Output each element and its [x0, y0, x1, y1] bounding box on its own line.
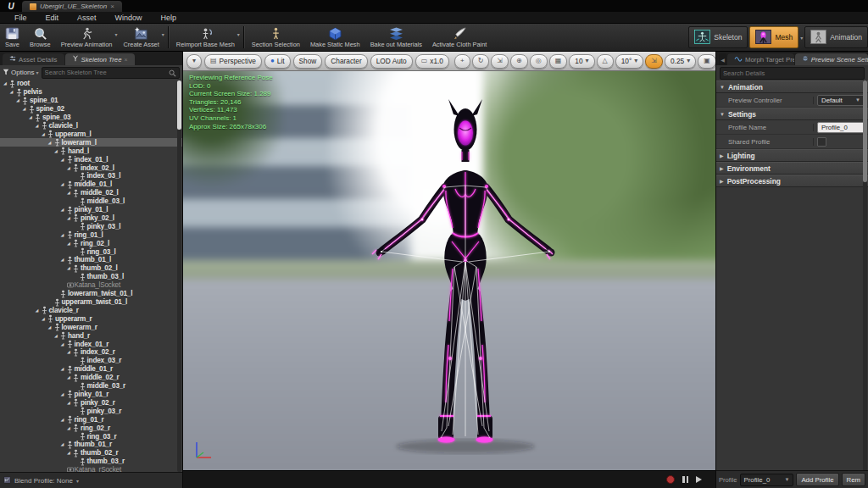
make-static-mesh-button[interactable]: Make Static Mesh [305, 24, 365, 51]
coordinate-system-button[interactable]: ⊕ [510, 54, 528, 69]
expander-arrow-icon[interactable]: ◢ [61, 156, 67, 164]
tree-row-middle-03-l[interactable]: middle_03_l [0, 197, 182, 206]
tree-row-lowerarm-l[interactable]: ◢lowerarm_l [0, 138, 182, 147]
screen-size-button[interactable]: ▭x1.0 [415, 54, 449, 69]
tree-row-hand-l[interactable]: ◢hand_l [0, 147, 182, 155]
expander-arrow-icon[interactable]: ◢ [48, 139, 54, 147]
search-details-box[interactable] [720, 67, 865, 80]
expander-arrow-icon[interactable]: ◢ [42, 315, 47, 323]
menu-window[interactable]: Window [106, 14, 152, 22]
shared-profile-checkbox[interactable] [817, 137, 826, 147]
expander-arrow-icon[interactable]: ◢ [67, 240, 73, 247]
tree-row-index-02-l[interactable]: ◢index_02_l [0, 164, 182, 172]
viewport[interactable]: ▾▤Perspective●LitShowCharacterLOD Auto▭x… [183, 52, 715, 488]
expander-arrow-icon[interactable]: ◢ [67, 189, 73, 197]
expander-arrow-icon[interactable]: ◢ [67, 164, 73, 172]
tree-row-pinky-03-r[interactable]: pinky_03_r [0, 407, 182, 415]
expander-arrow-icon[interactable]: ◢ [54, 147, 60, 155]
tree-row-lowerarm-twist-01-l[interactable]: lowerarm_twist_01_l [0, 290, 182, 298]
expander-arrow-icon[interactable]: ◢ [67, 348, 73, 356]
scale-snap-value-button[interactable]: 0.25▾ [665, 54, 696, 69]
tree-row-pinky-02-r[interactable]: ◢pinky_02_r [0, 398, 182, 407]
tree-row-ring-03-l[interactable]: ring_03_l [0, 247, 182, 256]
expander-arrow-icon[interactable]: ◢ [16, 97, 22, 104]
show-button[interactable]: Show [293, 54, 323, 69]
character-button[interactable]: Character [325, 54, 367, 69]
tree-row-ring-02-l[interactable]: ◢ring_02_l [0, 239, 182, 247]
tree-row-upperarm-r[interactable]: ◢upperarm_r [0, 314, 182, 323]
tree-row-index-01-l[interactable]: ◢index_01_l [0, 155, 182, 164]
scrollbar-thumb[interactable] [177, 80, 181, 130]
tree-row-upperarm-twist-01-l[interactable]: upperarm_twist_01_l [0, 298, 182, 307]
expander-arrow-icon[interactable]: ◢ [61, 256, 67, 263]
tree-row-root[interactable]: ◢root [0, 80, 182, 88]
blend-profile-bar[interactable]: Blend Profile: None ▾ [0, 472, 182, 488]
expander-arrow-icon[interactable]: ◢ [67, 399, 73, 407]
play-button[interactable] [696, 476, 702, 483]
section-animation[interactable]: ▼Animation [716, 80, 868, 93]
tree-row-katana-lsocket[interactable]: Katana_lSocket [0, 281, 182, 290]
tree-row-pinky-01-l[interactable]: ◢pinky_01_l [0, 206, 182, 214]
expander-arrow-icon[interactable]: ◢ [61, 441, 67, 448]
tree-row-lowerarm-r[interactable]: ◢lowerarm_r [0, 323, 182, 331]
record-button[interactable] [666, 475, 675, 484]
mode-animation-button[interactable]: Animation [804, 26, 868, 48]
tree-row-clavicle-r[interactable]: ◢clavicle_r [0, 306, 182, 314]
tab-skeleton-tree[interactable]: Skeleton Tree× [65, 53, 135, 65]
section-lighting[interactable]: ▶Lighting [716, 149, 868, 162]
profile-dropdown[interactable]: Profile_0 ▼ [740, 474, 794, 486]
tree-row-index-01-r[interactable]: ◢index_01_r [0, 340, 182, 348]
tab-morph-target-prev[interactable]: Morph Target Prev [727, 53, 794, 65]
expander-arrow-icon[interactable]: ◢ [3, 80, 9, 87]
expander-arrow-icon[interactable]: ◢ [36, 307, 42, 314]
rotation-snap-value-button[interactable]: 10°▾ [615, 54, 644, 69]
dropdown-arrow-icon[interactable]: ▾ [237, 31, 240, 37]
camera-speed-button[interactable]: ▣ [698, 54, 716, 69]
search-skeleton-tree-box[interactable] [42, 67, 180, 79]
menu-help[interactable]: Help [152, 14, 186, 22]
expander-arrow-icon[interactable]: ◢ [67, 449, 73, 457]
search-input[interactable] [45, 69, 169, 76]
expander-arrow-icon[interactable]: ◢ [61, 180, 67, 188]
viewport-options-button[interactable]: ▾ [186, 54, 202, 69]
tree-row-pelvis[interactable]: ◢pelvis [0, 88, 182, 97]
collapse-panel-icon[interactable]: ◀ [719, 53, 726, 65]
tree-row-pinky-03-l[interactable]: pinky_03_l [0, 222, 182, 230]
tree-row-middle-03-r[interactable]: middle_03_r [0, 382, 182, 391]
dropdown-arrow-icon[interactable]: ▾ [800, 35, 803, 41]
expander-arrow-icon[interactable]: ◢ [23, 105, 29, 113]
viewport-scene[interactable]: Previewing Reference PoseLOD: 0Current S… [183, 71, 715, 470]
options-button[interactable]: Options ▾ [3, 69, 39, 77]
section-settings[interactable]: ▼Settings [716, 108, 868, 120]
dropdown-arrow-icon[interactable]: ▾ [162, 31, 164, 37]
scrollbar-thumb[interactable] [863, 80, 867, 182]
grid-snap-button[interactable]: ▦ [549, 54, 568, 69]
tree-row-upperarm-l[interactable]: ◢upperarm_l [0, 130, 182, 138]
grid-snap-value-button[interactable]: 10▾ [569, 54, 594, 69]
expander-arrow-icon[interactable]: ◢ [61, 231, 67, 239]
expander-arrow-icon[interactable]: ◢ [61, 365, 67, 373]
section-postprocessing[interactable]: ▶PostProcessing [716, 175, 868, 187]
scale-button[interactable]: ⇲ [491, 54, 509, 69]
activate-cloth-paint-button[interactable]: Activate Cloth Paint [427, 24, 492, 51]
expander-arrow-icon[interactable]: ◢ [67, 424, 73, 432]
tree-row-ring-01-l[interactable]: ◢ring_01_l [0, 230, 182, 239]
preview-animation-button[interactable]: Preview Animation [56, 24, 118, 51]
tree-row-ring-02-r[interactable]: ◢ring_02_r [0, 424, 182, 432]
tree-row-index-03-l[interactable]: index_03_l [0, 172, 182, 180]
preview-controller-dropdown[interactable]: Default▼ [817, 95, 865, 106]
perspective-button[interactable]: ▤Perspective [204, 54, 262, 69]
tree-row-pinky-02-l[interactable]: ◢pinky_02_l [0, 214, 182, 223]
scale-snap-button[interactable]: ⇲ [645, 54, 663, 69]
expander-arrow-icon[interactable]: ◢ [67, 214, 73, 222]
expander-arrow-icon[interactable]: ◢ [61, 416, 67, 424]
bake-out-materials-button[interactable]: Bake out Materials [365, 24, 427, 51]
tree-row-index-02-r[interactable]: ◢index_02_r [0, 348, 182, 357]
section-environment[interactable]: ▶Environment [716, 162, 868, 175]
expander-arrow-icon[interactable]: ◢ [48, 324, 54, 331]
profile-name-field[interactable]: Profile_0 [817, 122, 865, 133]
tree-row-thumb-03-l[interactable]: thumb_03_l [0, 273, 182, 281]
expander-arrow-icon[interactable]: ◢ [61, 341, 67, 348]
tree-row-spine-01[interactable]: ◢spine_01 [0, 97, 182, 105]
browse-button[interactable]: Browse [25, 24, 56, 51]
